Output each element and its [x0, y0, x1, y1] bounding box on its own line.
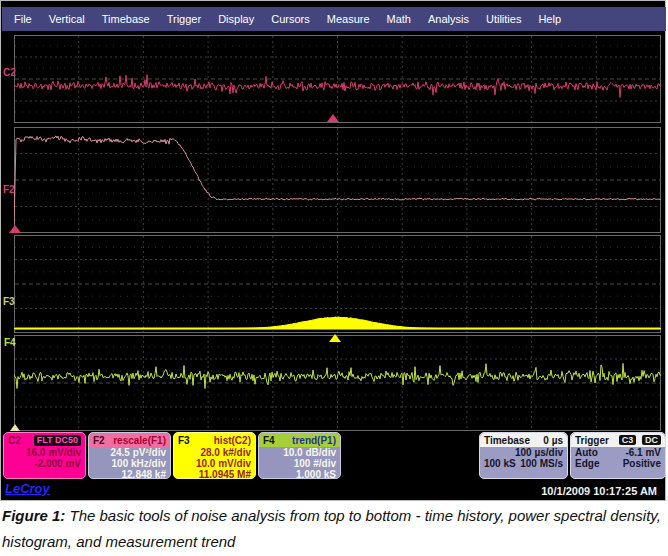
f4-points: 1.000 kS — [263, 469, 336, 479]
c2-id: C2 — [8, 435, 21, 446]
panel-c2-time-history[interactable] — [14, 35, 661, 123]
f3-waveform — [14, 235, 661, 333]
figure-page: FileVerticalTimebaseTriggerDisplayCursor… — [0, 0, 668, 556]
timebase-samplerate: 100 MS/s — [520, 458, 563, 469]
trigger-source-badge: C3 — [619, 435, 637, 445]
panel-f2-psd[interactable] — [14, 127, 661, 233]
descriptor-timebase[interactable]: Timebase 0 µs 100 µs/div 100 kS 100 MS/s — [479, 432, 568, 479]
f3-vertical-scale: 28.0 k#/div — [178, 447, 251, 458]
f4-waveform — [14, 335, 661, 431]
f2-function: rescale(F1) — [113, 435, 166, 446]
trace-label-f2: F2 — [3, 184, 15, 195]
f3-population: 11.0945 M# — [178, 469, 251, 479]
f4-offset-marker-icon[interactable] — [10, 424, 20, 431]
oscilloscope-screen: FileVerticalTimebaseTriggerDisplayCursor… — [0, 0, 666, 501]
descriptor-f3[interactable]: F3 hist(C2) 28.0 k#/div 10.0 mV/div 11.0… — [173, 432, 256, 479]
f4-vertical-scale: 10.0 dB/div — [263, 447, 336, 458]
f4-horizontal-scale: 100 #/div — [263, 458, 336, 469]
f3-horizontal-scale: 10.0 mV/div — [178, 458, 251, 469]
datetime-display: 10/1/2009 10:17:25 AM — [541, 485, 657, 497]
menu-item-display[interactable]: Display — [218, 13, 254, 25]
trigger-time-marker-icon[interactable] — [327, 114, 339, 122]
trigger-mode: Auto — [575, 447, 598, 458]
trigger-title: Trigger — [575, 435, 609, 446]
trace-label-f3: F3 — [3, 296, 15, 307]
figure-caption-label: Figure 1: — [2, 507, 65, 524]
menu-item-analysis[interactable]: Analysis — [428, 13, 469, 25]
menu-item-help[interactable]: Help — [538, 13, 561, 25]
timebase-title: Timebase — [484, 435, 530, 446]
descriptor-c2[interactable]: C2 FLT DC50 16.0 mV/div -2.000 mV — [3, 432, 86, 479]
trigger-level: -6.1 mV — [625, 447, 661, 458]
f2-points: 12.848 k# — [93, 469, 166, 479]
menu-item-vertical[interactable]: Vertical — [49, 13, 85, 25]
menu-item-file[interactable]: File — [14, 13, 32, 25]
f3-function: hist(C2) — [214, 435, 251, 446]
descriptor-f2[interactable]: F2 rescale(F1) 24.5 pV²/div 100 kHz/div … — [88, 432, 171, 479]
c2-waveform — [14, 35, 661, 123]
menu-bar: FileVerticalTimebaseTriggerDisplayCursor… — [2, 7, 666, 31]
panel-f3-histogram[interactable] — [14, 235, 661, 333]
menu-item-cursors[interactable]: Cursors — [271, 13, 310, 25]
c2-volts-per-div: 16.0 mV/div — [8, 447, 81, 458]
trace-label-c2: C2 — [3, 67, 16, 78]
descriptor-f4[interactable]: F4 trend(P1) 10.0 dB/div 100 #/div 1.000… — [258, 432, 341, 479]
menu-item-trigger[interactable]: Trigger — [167, 13, 201, 25]
figure-caption: Figure 1: The basic tools of noise analy… — [0, 503, 666, 556]
trigger-type: Edge — [575, 458, 599, 469]
timebase-per-div: 100 µs/div — [515, 447, 563, 458]
f4-function: trend(P1) — [292, 435, 336, 446]
menu-item-measure[interactable]: Measure — [327, 13, 370, 25]
panel-f4-trend[interactable] — [14, 335, 661, 431]
c2-offset: -2.000 mV — [8, 458, 81, 469]
c2-coupling-badge: FLT DC50 — [34, 435, 81, 446]
f2-vertical-scale: 24.5 pV²/div — [93, 447, 166, 458]
timebase-delay: 0 µs — [543, 435, 563, 446]
f2-horizontal-scale: 100 kHz/div — [93, 458, 166, 469]
trace-label-f4: F4 — [4, 337, 16, 348]
f2-offset-marker-icon[interactable] — [9, 225, 21, 233]
f3-id: F3 — [178, 435, 190, 446]
trigger-coupling-badge: DC — [642, 435, 661, 445]
menu-item-utilities[interactable]: Utilities — [486, 13, 521, 25]
timebase-samples: 100 kS — [484, 458, 516, 469]
f4-id: F4 — [263, 435, 275, 446]
descriptor-trigger[interactable]: Trigger C3 DC Auto -6.1 mV Edge Positive — [570, 432, 666, 479]
trigger-slope: Positive — [623, 458, 661, 469]
lecroy-logo: LeCroy — [5, 481, 50, 496]
menu-item-math[interactable]: Math — [387, 13, 411, 25]
f2-id: F2 — [93, 435, 105, 446]
f3-center-marker-icon[interactable] — [329, 334, 341, 342]
f2-waveform — [14, 127, 661, 233]
menu-item-timebase[interactable]: Timebase — [102, 13, 150, 25]
figure-caption-text: The basic tools of noise analysis from t… — [2, 507, 661, 550]
